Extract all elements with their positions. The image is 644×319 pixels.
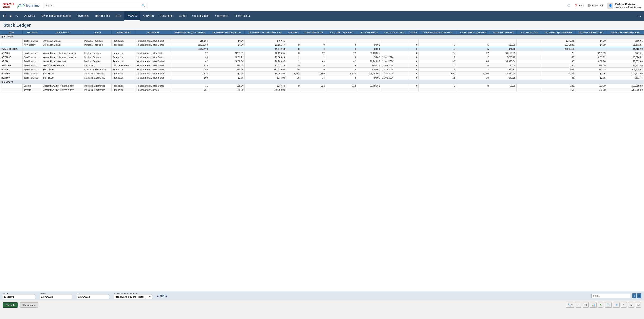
nav-item-customization[interactable]: Customization: [189, 11, 212, 21]
history-icon[interactable]: ↺: [2, 13, 7, 19]
share-button[interactable]: ⇧: [621, 302, 627, 308]
table-cell: 62: [171, 59, 209, 64]
group-expand-icon[interactable]: ▣: [1, 81, 3, 83]
col-header-end-qty: ENDING INV QTY ON-HAND: [541, 30, 576, 35]
table-cell: Headquarters:United States: [136, 39, 171, 43]
table-cell: $11,320.00: [245, 68, 286, 72]
nav-item-activities[interactable]: Activities: [21, 11, 38, 21]
nav-item-setup[interactable]: Setup: [176, 11, 190, 21]
table-cell: $275.00: [245, 76, 286, 80]
col-header-end-avg: ENDING AVERAGE COST: [575, 30, 606, 35]
to-date-input[interactable]: [76, 295, 109, 299]
table-cell: 15: [456, 76, 490, 80]
table-group-header-row: ▣ALE002L: [0, 35, 644, 39]
nav-item-documents[interactable]: Documents: [156, 11, 176, 21]
table-cell: [326, 88, 357, 92]
table-cell: Assembly for Keyboard: [42, 59, 83, 64]
expand-button[interactable]: ⊞: [583, 302, 588, 308]
pdf-button[interactable]: 📄: [605, 302, 612, 308]
table-cell: $19.35: [575, 64, 606, 68]
search-input[interactable]: [46, 4, 142, 7]
recent-icon[interactable]: 🕐: [567, 4, 570, 7]
total-cell: 410.5418: [171, 47, 209, 51]
table-cell: $1,181.57: [245, 43, 286, 47]
table-cell: Medical Devices: [83, 59, 112, 64]
nav-item-commerce[interactable]: Commerce: [212, 11, 232, 21]
table-cell: $4.00: [209, 43, 245, 47]
table-cell: San Francisco: [22, 68, 42, 72]
more-button[interactable]: ▲ MORE: [156, 294, 167, 297]
table-cell: $108.86: [209, 59, 245, 64]
find-next-button[interactable]: ›: [637, 294, 642, 298]
table-cell: 64: [419, 59, 456, 64]
help-button[interactable]: ❓ Help: [574, 4, 584, 7]
nav-item-analytics[interactable]: Analytics: [140, 11, 156, 21]
table-cell: $0.00: [490, 84, 516, 88]
collapse-button[interactable]: ⊟: [576, 302, 582, 308]
table-cell: $6,967.04: [490, 59, 516, 64]
stock-ledger-table-container[interactable]: ITEM LOCATION DESCRIPTION CLASS DEPARTME…: [0, 30, 644, 291]
table-cell: San Francisco: [22, 59, 42, 64]
excel-button[interactable]: X: [598, 302, 603, 308]
subsidiary-select[interactable]: Headquarters (Consolidated): [114, 295, 152, 299]
table-cell: 751: [541, 88, 576, 92]
table-cell: $460.61: [245, 39, 286, 43]
total-cell: Total - ALE002L: [0, 47, 22, 51]
table-cell: Assembly/Bill of Materials Item: [42, 84, 83, 88]
chart-button[interactable]: 📊: [590, 302, 597, 308]
table-cell: 63: [301, 59, 326, 64]
table-cell: 751: [171, 88, 209, 92]
table-cell: 115.153: [541, 39, 576, 43]
refresh-button[interactable]: Refresh: [2, 302, 18, 308]
col-header-val-inputs: VALUE OF INPUTS: [357, 30, 381, 35]
find-prev-button[interactable]: ‹: [632, 294, 637, 298]
table-cell: Production: [112, 51, 136, 55]
table-cell: $19.35: [209, 64, 245, 68]
table-cell: $6,531.60: [607, 59, 644, 64]
star-icon[interactable]: ★: [8, 13, 14, 19]
nav-item-transactions[interactable]: Transactions: [92, 11, 113, 21]
table-cell: 2: [456, 68, 490, 72]
filter-bar: DATE FROM TO SUBSIDIARY CONTEXT Headquar…: [0, 291, 644, 300]
table-row: ASY200SSan FranciscoAssembly for Ultraso…: [0, 55, 644, 59]
table-cell: Aloe Leaf Extract: [42, 39, 83, 43]
tools-dropdown-button[interactable]: 🔧▾: [566, 302, 574, 308]
feedback-button[interactable]: 💬 Feedback: [588, 4, 603, 7]
table-group-header-row: ▣BOM100: [0, 80, 644, 84]
table-cell: Medical Devices: [83, 55, 112, 59]
table-cell: $0.00: [357, 76, 381, 80]
from-date-input[interactable]: [40, 295, 72, 299]
group-expand-icon[interactable]: ▣: [1, 36, 3, 38]
nav-item-fixed-assets[interactable]: Fixed Assets: [232, 11, 253, 21]
search-bar[interactable]: 🔍: [44, 3, 147, 8]
table-cell: $41.25: [490, 76, 516, 80]
total-cell: $1,622.18: [607, 47, 644, 51]
nav-item-payments[interactable]: Payments: [74, 11, 92, 21]
table-cell: 2: [419, 55, 456, 59]
nav-more-button[interactable]: ···: [636, 12, 642, 20]
table-cell: [381, 84, 408, 88]
find-input[interactable]: [591, 294, 630, 298]
mail-button[interactable]: ✉: [636, 302, 642, 308]
table-cell: $11,919.87: [607, 68, 644, 72]
table-cell: $460.61: [607, 39, 644, 43]
total-cell: 0: [286, 47, 300, 51]
print-button[interactable]: 🖨: [628, 302, 634, 308]
user-info[interactable]: 👤 Raditya Pratama Logiframe - Administra…: [607, 2, 642, 8]
table-cell: 60: [541, 59, 576, 64]
table-cell: 64: [456, 59, 490, 64]
nav-item-reports[interactable]: Reports: [124, 11, 140, 21]
table-cell: 28: [286, 68, 300, 72]
table-cell: San Francisco: [22, 76, 42, 80]
table-cell: BLD001: [0, 68, 22, 72]
table-cell: [0, 43, 22, 47]
table-cell: $2.75: [209, 76, 245, 80]
date-filter-input[interactable]: [2, 295, 35, 299]
customize-button[interactable]: Customize: [20, 302, 38, 308]
col-header-end-val: ENDING INV ON-HAND VALUE: [607, 30, 644, 35]
nav-item-lists[interactable]: Lists: [113, 11, 124, 21]
table-row: BLD001San FranciscoFan BladeConsumer Ele…: [0, 68, 644, 72]
email-button[interactable]: 📧: [613, 302, 620, 308]
home-icon[interactable]: ⌂: [14, 13, 19, 19]
nav-item-advanced-manufacturing[interactable]: Advanced Manufacturing: [38, 11, 74, 21]
